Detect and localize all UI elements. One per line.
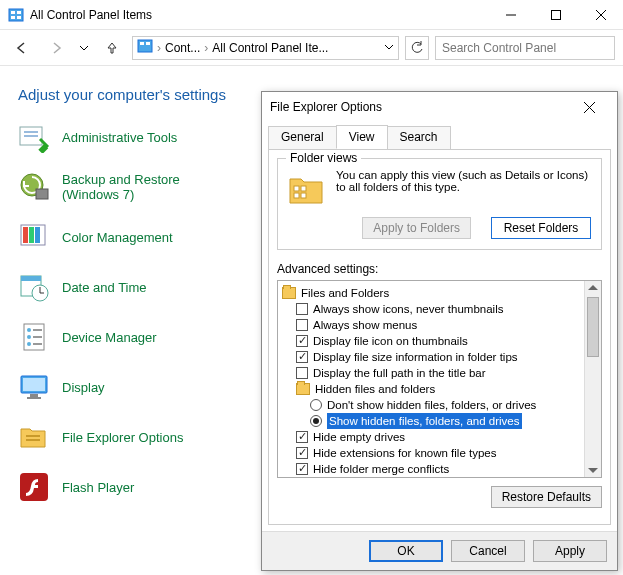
- cp-item-label: Date and Time: [62, 280, 147, 295]
- folder-icon: [282, 287, 296, 299]
- control-panel-icon: [137, 38, 153, 57]
- svg-rect-2: [17, 11, 21, 14]
- restore-defaults-button[interactable]: Restore Defaults: [491, 486, 602, 508]
- tab-general[interactable]: General: [268, 126, 337, 150]
- svg-rect-14: [24, 135, 38, 137]
- address-bar[interactable]: › Cont... › All Control Panel Ite...: [132, 36, 399, 60]
- checkbox-icon[interactable]: [296, 431, 308, 443]
- radio-icon[interactable]: [310, 399, 322, 411]
- checkbox-icon[interactable]: [296, 447, 308, 459]
- window-title: All Control Panel Items: [30, 8, 488, 22]
- date-time-icon: [18, 271, 50, 303]
- dialog-title: File Explorer Options: [270, 100, 569, 114]
- svg-rect-4: [17, 16, 21, 19]
- svg-rect-11: [146, 42, 150, 45]
- search-placeholder: Search Control Panel: [442, 41, 556, 55]
- svg-rect-33: [33, 343, 42, 345]
- svg-rect-13: [24, 131, 38, 133]
- tree-item-full-path-title[interactable]: Display the full path in the title bar: [282, 365, 582, 381]
- close-button[interactable]: [578, 0, 623, 30]
- tree-item-hide-extensions[interactable]: Hide extensions for known file types: [282, 445, 582, 461]
- color-management-icon: [18, 221, 50, 253]
- chevron-right-icon: ›: [157, 41, 161, 55]
- cancel-button[interactable]: Cancel: [451, 540, 525, 562]
- refresh-button[interactable]: [405, 36, 429, 60]
- cp-item-label: Flash Player: [62, 480, 134, 495]
- address-dropdown[interactable]: [384, 41, 394, 55]
- svg-rect-6: [551, 10, 560, 19]
- checkbox-icon[interactable]: [296, 351, 308, 363]
- dialog-close-button[interactable]: [569, 92, 609, 122]
- tree-item-show-icons[interactable]: Always show icons, never thumbnails: [282, 301, 582, 317]
- file-explorer-options-icon: [18, 421, 50, 453]
- advanced-settings-label: Advanced settings:: [277, 262, 602, 276]
- maximize-button[interactable]: [533, 0, 578, 30]
- dialog-titlebar: File Explorer Options: [262, 92, 617, 122]
- folder-views-icon: [286, 169, 326, 209]
- flash-player-icon: [18, 471, 50, 503]
- tree-radio-dont-show-hidden[interactable]: Don't show hidden files, folders, or dri…: [282, 397, 582, 413]
- tree-item-hide-empty-drives[interactable]: Hide empty drives: [282, 429, 582, 445]
- svg-rect-29: [33, 329, 42, 331]
- svg-rect-17: [36, 189, 48, 199]
- svg-rect-23: [21, 276, 41, 281]
- cp-item-label: Display: [62, 380, 105, 395]
- chevron-right-icon: ›: [204, 41, 208, 55]
- svg-rect-31: [33, 336, 42, 338]
- tree-item-hide-merge-conflicts[interactable]: Hide folder merge conflicts: [282, 461, 582, 477]
- folder-views-legend: Folder views: [286, 151, 361, 165]
- svg-rect-39: [26, 439, 40, 441]
- apply-button[interactable]: Apply: [533, 540, 607, 562]
- display-icon: [18, 371, 50, 403]
- tree-item-file-size-tips[interactable]: Display file size information in folder …: [282, 349, 582, 365]
- minimize-button[interactable]: [488, 0, 533, 30]
- svg-rect-45: [294, 193, 299, 198]
- svg-rect-36: [30, 394, 38, 397]
- checkbox-icon[interactable]: [296, 335, 308, 347]
- svg-rect-0: [9, 9, 23, 21]
- checkbox-icon[interactable]: [296, 319, 308, 331]
- svg-rect-10: [140, 42, 144, 45]
- recent-dropdown[interactable]: [76, 34, 92, 62]
- tab-search[interactable]: Search: [387, 126, 451, 150]
- tree-folder-files-and-folders[interactable]: Files and Folders: [282, 285, 582, 301]
- up-button[interactable]: [98, 34, 126, 62]
- svg-point-32: [27, 342, 31, 346]
- tab-view[interactable]: View: [336, 125, 388, 149]
- search-input[interactable]: Search Control Panel: [435, 36, 615, 60]
- scrollbar-thumb[interactable]: [587, 297, 599, 357]
- tree-item-show-menus[interactable]: Always show menus: [282, 317, 582, 333]
- breadcrumb-1[interactable]: Cont...: [165, 41, 200, 55]
- apply-to-folders-button[interactable]: Apply to Folders: [362, 217, 471, 239]
- checkbox-icon[interactable]: [296, 463, 308, 475]
- checkbox-icon[interactable]: [296, 367, 308, 379]
- checkbox-icon[interactable]: [296, 303, 308, 315]
- advanced-settings-tree[interactable]: Files and Folders Always show icons, nev…: [277, 280, 602, 478]
- svg-rect-35: [23, 378, 45, 391]
- cp-item-label: File Explorer Options: [62, 430, 183, 445]
- cp-item-label: Backup and Restore (Windows 7): [62, 172, 222, 202]
- tree-item-file-icon-thumb[interactable]: Display file icon on thumbnails: [282, 333, 582, 349]
- radio-icon[interactable]: [310, 415, 322, 427]
- forward-button[interactable]: [42, 34, 70, 62]
- svg-rect-38: [26, 435, 40, 437]
- folder-icon: [296, 383, 310, 395]
- tree-folder-hidden-files[interactable]: Hidden files and folders: [282, 381, 582, 397]
- svg-point-30: [27, 335, 31, 339]
- svg-rect-19: [23, 227, 28, 243]
- svg-rect-9: [138, 40, 152, 52]
- cp-item-label: Administrative Tools: [62, 130, 177, 145]
- ok-button[interactable]: OK: [369, 540, 443, 562]
- svg-rect-37: [27, 397, 41, 399]
- dialog-tabs: General View Search: [262, 124, 617, 149]
- cp-item-label: Color Management: [62, 230, 173, 245]
- main-titlebar: All Control Panel Items: [0, 0, 623, 30]
- tree-radio-show-hidden[interactable]: Show hidden files, folders, and drives: [282, 413, 582, 429]
- svg-rect-3: [11, 16, 15, 19]
- reset-folders-button[interactable]: Reset Folders: [491, 217, 591, 239]
- file-explorer-options-dialog: File Explorer Options General View Searc…: [261, 91, 618, 571]
- svg-rect-1: [11, 11, 15, 14]
- back-button[interactable]: [8, 34, 36, 62]
- tree-scrollbar[interactable]: [584, 281, 601, 477]
- breadcrumb-2[interactable]: All Control Panel Ite...: [212, 41, 328, 55]
